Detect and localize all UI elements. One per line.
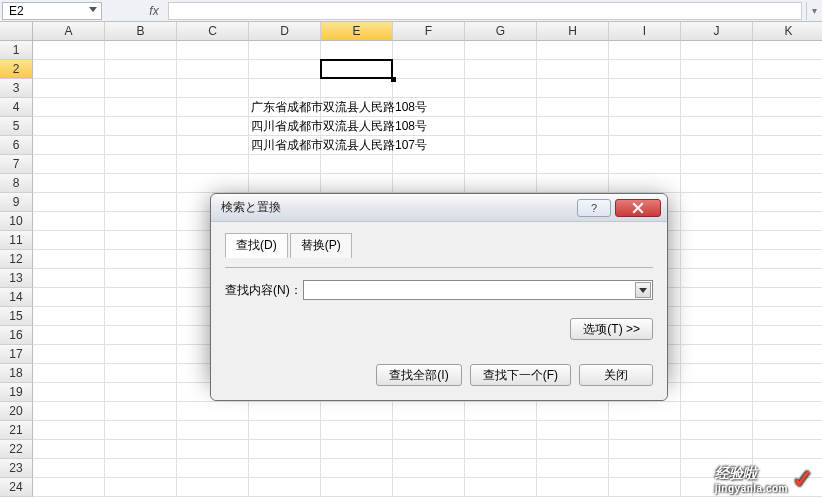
cell-K20[interactable] xyxy=(753,402,822,421)
cell-C23[interactable] xyxy=(177,459,249,478)
cell-A7[interactable] xyxy=(33,155,105,174)
cell-J10[interactable] xyxy=(681,212,753,231)
cell-A4[interactable] xyxy=(33,98,105,117)
row-header-18[interactable]: 18 xyxy=(0,364,33,383)
cell-K17[interactable] xyxy=(753,345,822,364)
cell-F7[interactable] xyxy=(393,155,465,174)
cell-K6[interactable] xyxy=(753,136,822,155)
row-header-7[interactable]: 7 xyxy=(0,155,33,174)
cell-K18[interactable] xyxy=(753,364,822,383)
cell-K8[interactable] xyxy=(753,174,822,193)
cell-A11[interactable] xyxy=(33,231,105,250)
cell-B17[interactable] xyxy=(105,345,177,364)
cell-G8[interactable] xyxy=(465,174,537,193)
cell-J14[interactable] xyxy=(681,288,753,307)
row-header-17[interactable]: 17 xyxy=(0,345,33,364)
cell-J2[interactable] xyxy=(681,60,753,79)
cell-A5[interactable] xyxy=(33,117,105,136)
cell-J12[interactable] xyxy=(681,250,753,269)
cell-B15[interactable] xyxy=(105,307,177,326)
cell-C2[interactable] xyxy=(177,60,249,79)
cell-B20[interactable] xyxy=(105,402,177,421)
cell-A8[interactable] xyxy=(33,174,105,193)
cell-A24[interactable] xyxy=(33,478,105,497)
cell-C24[interactable] xyxy=(177,478,249,497)
cell-J13[interactable] xyxy=(681,269,753,288)
cell-K1[interactable] xyxy=(753,41,822,60)
cell-E24[interactable] xyxy=(321,478,393,497)
cell-G3[interactable] xyxy=(465,79,537,98)
col-header-C[interactable]: C xyxy=(177,22,249,41)
cell-B21[interactable] xyxy=(105,421,177,440)
cell-H2[interactable] xyxy=(537,60,609,79)
cell-G2[interactable] xyxy=(465,60,537,79)
cell-D23[interactable] xyxy=(249,459,321,478)
cell-K11[interactable] xyxy=(753,231,822,250)
cell-E2[interactable] xyxy=(321,60,393,79)
cell-C3[interactable] xyxy=(177,79,249,98)
col-header-D[interactable]: D xyxy=(249,22,321,41)
cell-C1[interactable] xyxy=(177,41,249,60)
cell-I6[interactable] xyxy=(609,136,681,155)
col-header-H[interactable]: H xyxy=(537,22,609,41)
cell-B5[interactable] xyxy=(105,117,177,136)
cell-F2[interactable] xyxy=(393,60,465,79)
cell-A1[interactable] xyxy=(33,41,105,60)
cell-K4[interactable] xyxy=(753,98,822,117)
cell-I23[interactable] xyxy=(609,459,681,478)
cell-E7[interactable] xyxy=(321,155,393,174)
cell-A19[interactable] xyxy=(33,383,105,402)
cell-G5[interactable] xyxy=(465,117,537,136)
cell-H24[interactable] xyxy=(537,478,609,497)
row-header-14[interactable]: 14 xyxy=(0,288,33,307)
cell-D2[interactable] xyxy=(249,60,321,79)
cell-J16[interactable] xyxy=(681,326,753,345)
cell-H23[interactable] xyxy=(537,459,609,478)
cell-B1[interactable] xyxy=(105,41,177,60)
cell-B4[interactable] xyxy=(105,98,177,117)
row-header-13[interactable]: 13 xyxy=(0,269,33,288)
cell-K7[interactable] xyxy=(753,155,822,174)
row-header-19[interactable]: 19 xyxy=(0,383,33,402)
cell-J17[interactable] xyxy=(681,345,753,364)
cell-I20[interactable] xyxy=(609,402,681,421)
cell-I2[interactable] xyxy=(609,60,681,79)
cell-K2[interactable] xyxy=(753,60,822,79)
cell-C5[interactable] xyxy=(177,117,249,136)
cell-I4[interactable] xyxy=(609,98,681,117)
cell-D1[interactable] xyxy=(249,41,321,60)
cell-B14[interactable] xyxy=(105,288,177,307)
cell-G24[interactable] xyxy=(465,478,537,497)
cell-I1[interactable] xyxy=(609,41,681,60)
row-header-11[interactable]: 11 xyxy=(0,231,33,250)
cell-G4[interactable] xyxy=(465,98,537,117)
cell-H22[interactable] xyxy=(537,440,609,459)
formula-bar-input[interactable] xyxy=(168,2,802,20)
cell-B11[interactable] xyxy=(105,231,177,250)
cell-I22[interactable] xyxy=(609,440,681,459)
row-header-8[interactable]: 8 xyxy=(0,174,33,193)
cell-G7[interactable] xyxy=(465,155,537,174)
name-box[interactable]: E2 xyxy=(2,2,102,20)
cell-A12[interactable] xyxy=(33,250,105,269)
cell-C6[interactable] xyxy=(177,136,249,155)
cell-J3[interactable] xyxy=(681,79,753,98)
cell-I7[interactable] xyxy=(609,155,681,174)
cell-A6[interactable] xyxy=(33,136,105,155)
window-close-button[interactable] xyxy=(615,199,661,217)
find-dropdown-icon[interactable] xyxy=(635,282,651,298)
cell-H7[interactable] xyxy=(537,155,609,174)
cell-B19[interactable] xyxy=(105,383,177,402)
cell-A13[interactable] xyxy=(33,269,105,288)
col-header-E[interactable]: E xyxy=(321,22,393,41)
cell-H21[interactable] xyxy=(537,421,609,440)
cell-G6[interactable] xyxy=(465,136,537,155)
row-header-21[interactable]: 21 xyxy=(0,421,33,440)
row-header-4[interactable]: 4 xyxy=(0,98,33,117)
cell-J20[interactable] xyxy=(681,402,753,421)
cell-E22[interactable] xyxy=(321,440,393,459)
cell-J5[interactable] xyxy=(681,117,753,136)
row-header-12[interactable]: 12 xyxy=(0,250,33,269)
row-header-9[interactable]: 9 xyxy=(0,193,33,212)
cell-H8[interactable] xyxy=(537,174,609,193)
